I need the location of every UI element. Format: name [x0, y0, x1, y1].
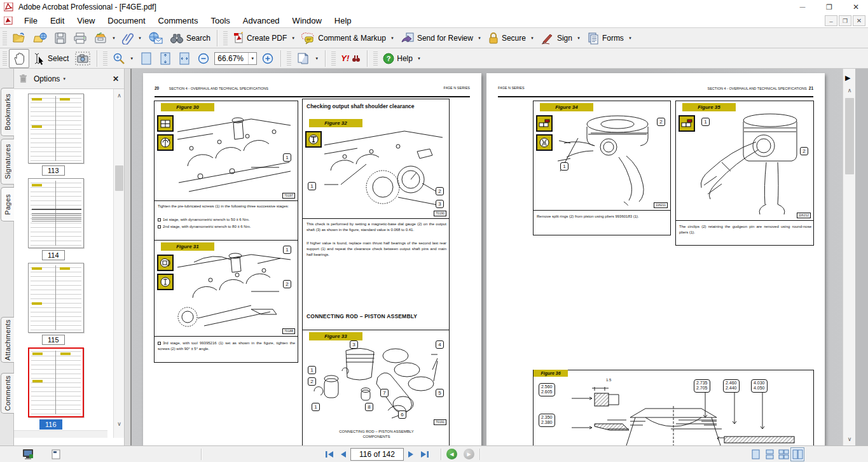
organizer-button[interactable]	[90, 29, 119, 47]
menu-comments[interactable]: Comments	[152, 14, 205, 28]
toolbar-grip[interactable]	[287, 52, 291, 66]
thumbnail-label-114[interactable]: 114	[42, 250, 65, 260]
next-page-button[interactable]	[404, 448, 418, 461]
doc-scroll-down-icon[interactable]	[843, 434, 855, 444]
page-thumbnail-116-selected[interactable]	[28, 347, 84, 417]
toolbars-toggle-icon[interactable]	[22, 449, 34, 460]
toolbar-separator	[280, 50, 281, 67]
toolbar-grip[interactable]	[3, 31, 7, 45]
attach-button[interactable]	[119, 29, 145, 47]
select-tool-button[interactable]: Select	[29, 50, 72, 67]
zoom-dropdown-icon[interactable]	[248, 53, 256, 64]
zoom-level-input[interactable]	[215, 54, 248, 63]
window-minimize-icon[interactable]	[798, 3, 807, 11]
doc-close-icon[interactable]	[853, 15, 865, 26]
open-button[interactable]	[9, 29, 29, 47]
thumbnail-label-116[interactable]: 116	[39, 419, 62, 430]
document-scrollbar[interactable]	[843, 69, 855, 445]
options-menu-button[interactable]: Options	[34, 74, 66, 83]
email-button[interactable]	[145, 29, 167, 47]
search-button[interactable]: Search	[167, 29, 214, 47]
create-pdf-button[interactable]: Create PDF	[230, 29, 298, 47]
page-thumbnail-115[interactable]	[28, 263, 84, 333]
open-web-button[interactable]	[29, 29, 51, 47]
page-indicator-input[interactable]	[351, 450, 403, 459]
figure34-callout-2: 2	[657, 118, 665, 126]
save-button[interactable]	[51, 29, 70, 47]
toolbar-grip[interactable]	[373, 52, 378, 66]
window-restore-icon[interactable]	[825, 3, 834, 11]
figure33-drawing	[307, 342, 446, 421]
scroll-down-icon[interactable]	[114, 419, 125, 429]
zoom-level-combobox[interactable]	[214, 52, 257, 65]
continuous-facing-layout-button[interactable]	[776, 447, 790, 461]
trash-icon[interactable]	[19, 74, 27, 83]
panel-horizontal-scrollbar[interactable]	[14, 430, 107, 438]
continuous-layout-button[interactable]	[762, 447, 776, 461]
sign-button[interactable]: Sign	[537, 29, 584, 47]
menu-window[interactable]: Window	[286, 14, 328, 28]
menu-bar: File Edit View Document Comments Tools A…	[0, 14, 868, 28]
forms-button[interactable]: Forms	[584, 29, 635, 47]
secure-button[interactable]: Secure	[485, 29, 537, 47]
pdf-page-21[interactable]: F4GE N SERIES SECTION 4 - OVERHAUL AND T…	[486, 73, 825, 445]
page-display-button[interactable]	[293, 49, 322, 68]
actual-size-button[interactable]	[137, 49, 156, 68]
doc-scroll-up-icon[interactable]	[843, 85, 855, 95]
previous-view-button[interactable]: ◄	[446, 449, 457, 459]
thumbnail-label-113[interactable]: 113	[42, 165, 65, 176]
menu-edit[interactable]: Edit	[44, 14, 71, 28]
pdf-page-20[interactable]: 20 SECTION 4 - OVERHAUL AND TECHNICAL SP…	[143, 73, 481, 445]
menu-file[interactable]: File	[18, 14, 44, 28]
zoom-in-button[interactable]	[258, 50, 277, 67]
previous-page-button[interactable]	[336, 448, 350, 461]
yahoo-search-button[interactable]: Y!	[338, 51, 364, 66]
statusbar-page-icon[interactable]	[51, 449, 61, 460]
menu-tools[interactable]: Tools	[204, 14, 236, 28]
facing-layout-button[interactable]	[790, 447, 804, 461]
scrollbar-thumb[interactable]	[115, 165, 123, 191]
print-button[interactable]	[70, 29, 90, 47]
snapshot-tool-button[interactable]	[72, 49, 93, 68]
last-page-button[interactable]	[418, 448, 432, 461]
pane-toggle-icon[interactable]	[845, 74, 850, 82]
scroll-up-icon[interactable]	[114, 90, 125, 101]
toolbar-grip[interactable]	[103, 52, 107, 66]
doc-minimize-icon[interactable]	[825, 15, 837, 26]
tab-bookmarks[interactable]: Bookmarks	[1, 88, 14, 136]
menu-help[interactable]: Help	[328, 14, 358, 28]
panel-scrollbar[interactable]	[113, 89, 124, 438]
tab-pages[interactable]: Pages	[1, 187, 14, 221]
menu-document[interactable]: Document	[101, 14, 151, 28]
statusbar-separator	[201, 449, 202, 460]
forms-label: Forms	[602, 34, 624, 43]
page-thumbnail-114[interactable]	[28, 178, 84, 248]
tab-comments[interactable]: Comments	[1, 373, 14, 414]
menu-view[interactable]: View	[71, 14, 101, 28]
toolbar-grip[interactable]	[223, 31, 228, 45]
next-view-button[interactable]: ►	[464, 449, 474, 459]
page-indicator-box[interactable]	[350, 448, 404, 461]
toolbar-grip[interactable]	[331, 52, 336, 66]
zoom-tool-button[interactable]	[109, 50, 137, 67]
zoom-out-button[interactable]	[194, 50, 213, 67]
thumbnail-label-115[interactable]: 115	[42, 335, 65, 345]
tab-attachments[interactable]: Attachments	[1, 317, 14, 363]
hand-tool-button[interactable]	[9, 49, 29, 68]
comment-markup-button[interactable]: Comment & Markup	[298, 29, 397, 47]
fit-page-button[interactable]	[156, 49, 175, 68]
first-page-button[interactable]	[322, 448, 336, 461]
fit-width-button[interactable]	[175, 49, 194, 68]
doc-restore-icon[interactable]	[839, 15, 851, 26]
send-for-review-button[interactable]: Send for Review	[397, 29, 485, 47]
window-close-icon[interactable]	[851, 3, 860, 11]
tab-signatures[interactable]: Signatures	[1, 139, 14, 185]
page-thumbnail-113[interactable]	[28, 94, 84, 164]
help-button[interactable]: ? Help	[380, 50, 424, 67]
doc-scrollbar-thumb[interactable]	[845, 98, 854, 174]
panel-close-icon[interactable]	[113, 74, 119, 83]
toolbar-grip[interactable]	[3, 52, 7, 66]
menu-advanced[interactable]: Advanced	[237, 14, 286, 28]
single-page-layout-button[interactable]	[748, 447, 762, 461]
panel-splitter[interactable]	[125, 69, 132, 445]
